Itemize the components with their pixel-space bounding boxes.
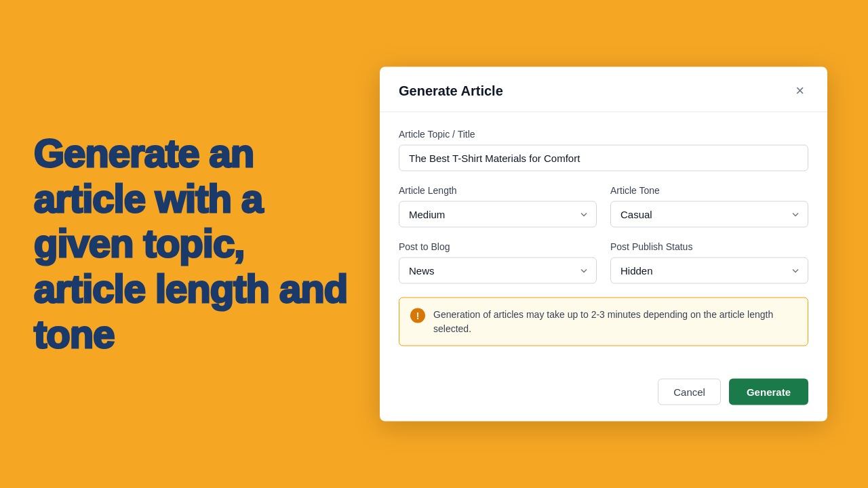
background-headline: Generate an article with a given topic, … <box>34 131 359 357</box>
modal-header: Generate Article × <box>380 67 827 113</box>
modal-footer: Cancel Generate <box>380 368 827 422</box>
close-button[interactable]: × <box>791 82 808 100</box>
length-select[interactable]: Short Medium Long <box>399 201 597 228</box>
publish-select[interactable]: Hidden Published Draft <box>610 258 808 284</box>
modal-overlay: Generate Article × Article Topic / Title… <box>380 67 827 422</box>
cancel-button[interactable]: Cancel <box>658 379 721 405</box>
length-label: Article Length <box>399 185 597 196</box>
tone-select[interactable]: Formal Casual Friendly Professional <box>610 201 808 228</box>
publish-label: Post Publish Status <box>610 241 808 252</box>
blog-label: Post to Blog <box>399 241 597 252</box>
blog-col: Post to Blog News General Featured <box>399 241 597 284</box>
topic-input[interactable] <box>399 145 808 171</box>
generate-button[interactable]: Generate <box>729 379 808 405</box>
length-tone-row: Article Length Short Medium Long Article… <box>399 185 808 228</box>
modal-title: Generate Article <box>399 83 503 98</box>
alert-box: ! Generation of articles may take up to … <box>399 298 808 346</box>
warning-icon: ! <box>410 308 425 323</box>
blog-select[interactable]: News General Featured <box>399 258 597 284</box>
tone-label: Article Tone <box>610 185 808 196</box>
length-col: Article Length Short Medium Long <box>399 185 597 228</box>
topic-field-group: Article Topic / Title <box>399 129 808 171</box>
publish-col: Post Publish Status Hidden Published Dra… <box>610 241 808 284</box>
alert-text: Generation of articles may take up to 2-… <box>433 308 797 336</box>
blog-publish-row: Post to Blog News General Featured Post … <box>399 241 808 284</box>
tone-col: Article Tone Formal Casual Friendly Prof… <box>610 185 808 228</box>
background-text-block: Generate an article with a given topic, … <box>34 131 359 357</box>
topic-label: Article Topic / Title <box>399 129 808 140</box>
generate-article-modal: Generate Article × Article Topic / Title… <box>380 67 827 422</box>
modal-body: Article Topic / Title Article Length Sho… <box>380 113 827 368</box>
